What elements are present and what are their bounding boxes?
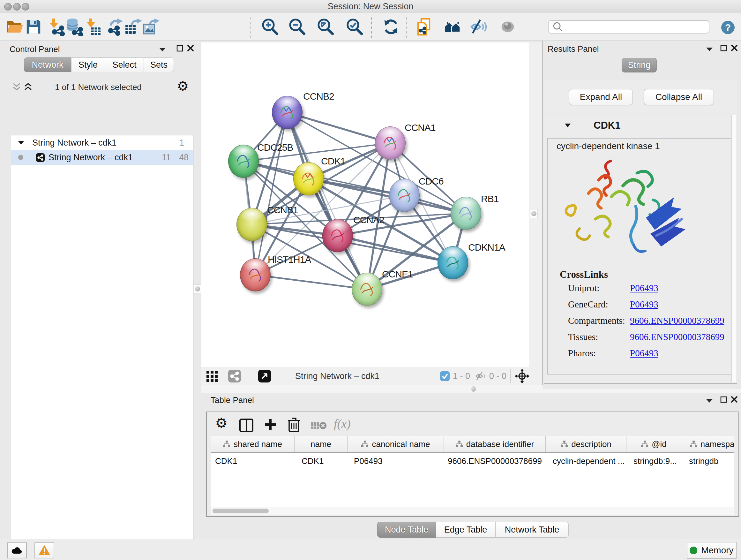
- column-header[interactable]: namespace: [681, 436, 734, 452]
- tab-node-table[interactable]: Node Table: [377, 522, 436, 538]
- network-node-RB1[interactable]: [451, 197, 481, 230]
- search-box[interactable]: [548, 20, 710, 34]
- results-scrollbar[interactable]: [731, 115, 736, 382]
- collapse-all-button[interactable]: Collapse All: [644, 89, 714, 105]
- network-node-HIST1H1A[interactable]: [240, 258, 271, 292]
- grid-view-icon[interactable]: [206, 371, 218, 382]
- table-cell[interactable]: 9606.ENSP00000378699: [444, 453, 546, 469]
- crosslink-pharos-link[interactable]: P06493: [630, 348, 728, 364]
- string-view-icon[interactable]: [228, 370, 241, 382]
- network-node-CDC25B[interactable]: [228, 145, 259, 178]
- network-node-CDKN1A[interactable]: [437, 246, 468, 279]
- help-icon[interactable]: ?: [721, 21, 735, 34]
- network-node-CCNB1[interactable]: [237, 208, 267, 241]
- table-cell[interactable]: stringdb: [681, 453, 734, 469]
- section-expander-icon[interactable]: [564, 123, 571, 128]
- zoom-fit-icon[interactable]: [316, 17, 335, 36]
- network-row-selected[interactable]: String Network – cdk1 11 48: [11, 150, 193, 165]
- tab-network-table[interactable]: Network Table: [495, 522, 569, 538]
- table-cell[interactable]: CDK1: [211, 453, 294, 469]
- export-network-icon[interactable]: [106, 17, 125, 36]
- refresh-icon[interactable]: [382, 17, 400, 36]
- network-node-CCNA1[interactable]: [375, 126, 406, 160]
- panel-menu-icon[interactable]: [159, 47, 166, 52]
- import-network-database-icon[interactable]: [65, 17, 84, 36]
- table-scrollbar-track[interactable]: [211, 507, 734, 515]
- column-header[interactable]: description: [546, 436, 626, 452]
- tab-sets[interactable]: Sets: [144, 57, 174, 72]
- collapse-all-icon[interactable]: [12, 82, 21, 91]
- import-table-icon[interactable]: [84, 17, 102, 36]
- cloud-status-button[interactable]: [7, 543, 27, 558]
- network-options-gear-icon[interactable]: ⚙: [177, 79, 189, 93]
- table-row[interactable]: CDK1 CDK1 P06493 9606.ENSP00000378699 cy…: [211, 453, 734, 469]
- column-header[interactable]: @id: [626, 436, 681, 452]
- network-edge[interactable]: [255, 112, 287, 275]
- expand-all-button[interactable]: Expand All: [569, 89, 633, 105]
- delete-table-icon[interactable]: [311, 421, 327, 431]
- splitter-handle[interactable]: [530, 209, 538, 218]
- crosslink-uniprot-link[interactable]: P06493: [630, 283, 728, 299]
- zoom-selected-icon[interactable]: [345, 17, 364, 36]
- export-image-icon[interactable]: [141, 17, 160, 36]
- panel-close-icon[interactable]: [187, 45, 194, 52]
- panel-float-icon[interactable]: [720, 44, 728, 52]
- panel-menu-icon[interactable]: [706, 47, 713, 51]
- panel-menu-icon[interactable]: [706, 398, 713, 403]
- network-node-CDC6[interactable]: [389, 179, 420, 212]
- table-cell[interactable]: cyclin-dependent ...: [546, 453, 626, 469]
- warnings-button[interactable]: [35, 543, 54, 558]
- network-node-CCNA2[interactable]: [322, 219, 353, 252]
- column-header[interactable]: shared name: [211, 436, 294, 452]
- network-collection-row[interactable]: String Network – cdk1 1: [11, 135, 193, 150]
- show-columns-icon[interactable]: [239, 419, 253, 432]
- panel-close-icon[interactable]: [731, 396, 738, 403]
- delete-column-icon[interactable]: [287, 417, 300, 432]
- pan-crosshair-icon[interactable]: [515, 369, 529, 383]
- table-cell[interactable]: P06493: [347, 453, 444, 469]
- table-cell[interactable]: CDK1: [294, 453, 347, 469]
- tab-style[interactable]: Style: [71, 57, 105, 72]
- show-all-icon[interactable]: [498, 17, 517, 36]
- network-edge[interactable]: [255, 275, 367, 289]
- selected-checkbox-icon[interactable]: [440, 371, 450, 381]
- save-session-icon[interactable]: [24, 17, 43, 36]
- memory-button[interactable]: Memory: [687, 542, 737, 559]
- home-icon[interactable]: [444, 17, 462, 36]
- crosslink-compartments-link[interactable]: 9606.ENSP00000378699: [630, 315, 728, 332]
- network-node-CCNB2[interactable]: [272, 96, 302, 129]
- function-builder-icon[interactable]: f(x): [334, 417, 351, 431]
- column-header[interactable]: canonical name: [347, 436, 444, 452]
- table-options-gear-icon[interactable]: ⚙: [215, 416, 227, 430]
- add-column-icon[interactable]: [264, 419, 277, 432]
- hide-selected-icon[interactable]: [470, 17, 488, 36]
- tab-network[interactable]: Network: [24, 57, 71, 72]
- network-edge[interactable]: [287, 112, 390, 143]
- column-header[interactable]: name: [294, 436, 347, 452]
- import-network-icon[interactable]: [47, 17, 66, 36]
- column-header[interactable]: database identifier: [444, 436, 546, 452]
- table-cell[interactable]: stringdb:9...: [626, 453, 681, 469]
- panel-float-icon[interactable]: [176, 45, 184, 52]
- tab-select[interactable]: Select: [105, 57, 144, 72]
- crosslink-tissues-link[interactable]: 9606.ENSP00000378699: [630, 332, 728, 348]
- panel-float-icon[interactable]: [720, 396, 728, 403]
- splitter-handle[interactable]: [194, 285, 201, 294]
- network-node-CCNE1[interactable]: [352, 273, 382, 306]
- crosslink-genecard-link[interactable]: P06493: [630, 299, 728, 315]
- detach-view-icon[interactable]: [258, 370, 271, 382]
- panel-close-icon[interactable]: [731, 44, 738, 51]
- open-session-icon[interactable]: [6, 17, 24, 36]
- table-scrollbar-thumb[interactable]: [212, 509, 269, 513]
- search-input[interactable]: [566, 22, 709, 32]
- expand-all-icon[interactable]: [23, 82, 32, 91]
- network-view-canvas[interactable]: CCNB2CCNA1CDC25BCDK1CDC6RB1CCNB1CCNA2CDK…: [201, 43, 529, 367]
- tab-edge-table[interactable]: Edge Table: [436, 522, 495, 538]
- tree-expander-icon[interactable]: [18, 141, 24, 145]
- zoom-in-icon[interactable]: [261, 17, 279, 36]
- network-node-CDK1[interactable]: [293, 162, 324, 195]
- export-table-icon[interactable]: [124, 17, 142, 36]
- zoom-out-icon[interactable]: [288, 17, 307, 36]
- tab-string[interactable]: String: [622, 58, 657, 72]
- clone-network-icon[interactable]: [416, 17, 434, 36]
